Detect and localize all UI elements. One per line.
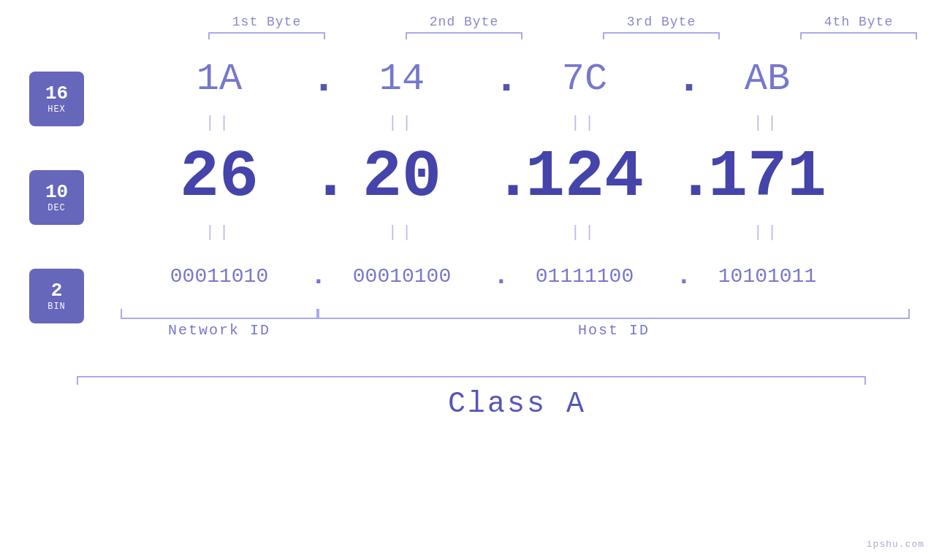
dec-b3: 124 — [486, 140, 683, 215]
bracket-1 — [168, 29, 365, 42]
byte2-header: 2nd Byte — [365, 15, 563, 29]
equals-8: || — [669, 223, 866, 242]
id-brackets-row — [121, 309, 910, 319]
bracket-line-3 — [603, 32, 720, 39]
class-label: Class A — [123, 388, 912, 421]
equals-2: || — [303, 114, 501, 132]
dec-b2: 20 — [303, 140, 501, 215]
equals-1: || — [121, 114, 318, 132]
host-id-bracket — [318, 309, 910, 319]
dec-badge: 10 DEC — [29, 170, 84, 225]
bracket-line-4 — [800, 32, 917, 39]
bin-b4: 10101011 — [669, 265, 866, 288]
watermark: ipshu.com — [867, 539, 924, 550]
equals-3: || — [486, 114, 683, 132]
equals-4: || — [669, 114, 866, 132]
equals-row-2: || || || || — [121, 218, 910, 247]
hex-badge-label: HEX — [47, 104, 66, 115]
bracket-line-1 — [208, 32, 325, 39]
badges-column: 16 HEX 10 DEC 2 BIN — [29, 50, 121, 367]
equals-6: || — [303, 223, 501, 242]
bracket-3 — [563, 29, 760, 42]
content-area: 16 HEX 10 DEC 2 BIN 1A . 14 . 7C . AB — [29, 50, 910, 367]
dec-badge-label: DEC — [47, 203, 66, 213]
dec-b4: 171 — [669, 140, 866, 215]
class-bracket-line — [77, 376, 866, 385]
hex-row: 1A . 14 . 7C . AB — [121, 50, 910, 108]
byte4-header: 4th Byte — [760, 15, 939, 29]
header-brackets — [77, 29, 939, 42]
class-bracket-row — [77, 376, 939, 385]
byte3-header: 3rd Byte — [563, 15, 760, 29]
hex-badge-num: 16 — [45, 83, 68, 104]
bin-row: 00011010 . 00010100 . 01111100 . 1010101… — [121, 247, 910, 305]
hex-b3: 7C — [486, 58, 683, 101]
dec-row: 26 . 20 . 124 . 171 — [121, 137, 910, 218]
bracket-line-2 — [406, 32, 522, 39]
bin-badge: 2 BIN — [29, 269, 84, 323]
class-label-row: Class A — [77, 388, 939, 421]
bin-badge-num: 2 — [51, 280, 63, 302]
byte1-header: 1st Byte — [168, 15, 365, 29]
bin-b3: 01111100 — [486, 265, 683, 288]
hex-b2: 14 — [303, 58, 501, 101]
hex-badge: 16 HEX — [29, 72, 84, 126]
id-labels-row: Network ID Host ID — [121, 322, 910, 339]
byte-headers: 1st Byte 2nd Byte 3rd Byte 4th Byte — [77, 15, 939, 29]
bin-badge-label: BIN — [47, 302, 66, 312]
main-container: 1st Byte 2nd Byte 3rd Byte 4th Byte 16 H… — [0, 0, 939, 560]
host-id-label: Host ID — [318, 322, 910, 339]
bracket-4 — [760, 29, 939, 42]
network-id-label: Network ID — [121, 322, 318, 339]
equals-row-1: || || || || — [121, 108, 910, 137]
bin-b1: 00011010 — [121, 265, 318, 288]
hex-b4: AB — [669, 58, 866, 101]
dec-b1: 26 — [121, 140, 318, 215]
equals-7: || — [486, 223, 683, 242]
network-id-bracket — [121, 309, 318, 319]
bin-b2: 00010100 — [303, 265, 501, 288]
bracket-2 — [365, 29, 563, 42]
dec-badge-num: 10 — [45, 182, 68, 203]
values-area: 1A . 14 . 7C . AB || || || || 26 — [121, 50, 910, 339]
equals-5: || — [121, 223, 318, 242]
hex-b1: 1A — [121, 58, 318, 101]
